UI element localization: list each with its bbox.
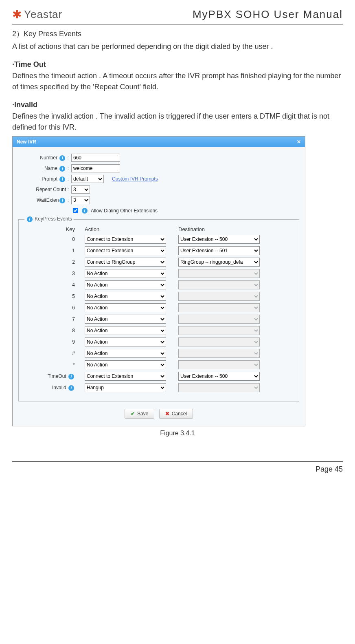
prompt-select[interactable]: default	[71, 175, 104, 183]
kp-action-select[interactable]: Connect to RingGroup	[85, 258, 166, 267]
kp-dest-select[interactable]: User Extension -- 500	[178, 372, 260, 381]
kp-dest-select	[178, 269, 260, 278]
kp-key-label: 1	[24, 248, 85, 254]
kp-header-row: Key Action Destination	[24, 226, 294, 232]
kp-row: 8No Action	[24, 326, 294, 335]
waitexten-label: WaitExteni :	[18, 197, 71, 203]
kp-action-select[interactable]: No Action	[85, 292, 166, 301]
cancel-button[interactable]: ✖ Cancel	[159, 409, 193, 419]
kp-dest-select	[178, 292, 260, 301]
kp-dest-header: Destination	[178, 226, 272, 232]
ivr-dialog: New IVR ✕ Number i : Name i : Prompt i :	[12, 136, 305, 426]
kp-row: 1Connect to ExtensionUser Extension -- 5…	[24, 246, 294, 255]
logo-text: Yeastar	[24, 8, 62, 21]
number-field[interactable]	[71, 154, 120, 162]
info-icon[interactable]: i	[59, 176, 65, 182]
kp-action-select[interactable]: No Action	[85, 269, 166, 278]
info-icon[interactable]: i	[82, 208, 88, 214]
allow-dialing-checkbox[interactable]	[73, 208, 78, 213]
info-icon[interactable]: i	[68, 385, 74, 391]
invalid-desc: Defines the invalid action . The invalid…	[12, 111, 343, 133]
kp-row: 5No Action	[24, 292, 294, 301]
kp-row: 2Connect to RingGroupRingGroup -- ringgr…	[24, 258, 294, 267]
kp-dest-select	[178, 360, 260, 369]
kp-key-label: 6	[24, 305, 85, 311]
repeat-select[interactable]: 3	[71, 185, 90, 194]
x-icon: ✖	[165, 411, 169, 417]
kp-row: 4No Action	[24, 280, 294, 289]
kp-row: 6No Action	[24, 303, 294, 312]
kp-key-label: 3	[24, 271, 85, 276]
custom-ivr-link[interactable]: Custom IVR Prompts	[112, 176, 158, 182]
kp-dest-select	[178, 337, 260, 346]
kp-key-label: *	[24, 362, 85, 368]
kp-key-label: 8	[24, 328, 85, 333]
kp-action-select[interactable]: No Action	[85, 280, 166, 289]
kp-row: *No Action	[24, 360, 294, 369]
dialog-titlebar: New IVR ✕	[13, 137, 305, 147]
close-icon[interactable]: ✕	[297, 139, 301, 145]
keypress-legend: i KeyPress Events	[24, 216, 74, 222]
kp-action-select[interactable]: No Action	[85, 337, 166, 346]
kp-action-select[interactable]: Hangup	[85, 383, 166, 392]
kp-action-select[interactable]: No Action	[85, 349, 166, 358]
waitexten-select[interactable]: 3	[71, 196, 90, 204]
kp-row: #No Action	[24, 349, 294, 358]
kp-action-select[interactable]: No Action	[85, 326, 166, 335]
keypress-fieldset: i KeyPress Events Key Action Destination…	[18, 219, 299, 401]
save-button[interactable]: ✔ Save	[125, 409, 154, 419]
timeout-heading: ·Time Out	[12, 60, 343, 69]
kp-row: 0Connect to ExtensionUser Extension -- 5…	[24, 235, 294, 244]
kp-key-label: 4	[24, 282, 85, 288]
info-icon[interactable]: i	[59, 155, 65, 161]
kp-key-label: #	[24, 351, 85, 356]
prompt-label: Prompt i :	[18, 176, 71, 182]
info-icon[interactable]: i	[59, 198, 65, 203]
timeout-desc: Defines the timeout action . A timeout o…	[12, 71, 343, 93]
kp-dest-select	[178, 326, 260, 335]
keypress-desc: A list of actions that can be performed …	[12, 41, 343, 52]
kp-action-select[interactable]: Connect to Extension	[85, 246, 166, 255]
name-label: Name i :	[18, 165, 71, 172]
doc-title: MyPBX SOHO User Manual	[193, 8, 343, 21]
kp-action-select[interactable]: No Action	[85, 315, 166, 324]
number-label: Number i :	[18, 155, 71, 161]
kp-key-label: 0	[24, 236, 85, 242]
kp-dest-select[interactable]: RingGroup -- ringgroup_defa	[178, 258, 260, 267]
keypress-heading: 2）Key Press Events	[12, 29, 343, 40]
info-icon[interactable]: i	[68, 374, 74, 379]
logo-flower-icon: ✱	[12, 9, 22, 20]
kp-action-select[interactable]: Connect to Extension	[85, 235, 166, 244]
kp-dest-select	[178, 303, 260, 312]
kp-dest-select[interactable]: User Extension -- 500	[178, 235, 260, 244]
kp-row: Invalid iHangup	[24, 383, 294, 392]
kp-dest-select[interactable]: User Extension -- 501	[178, 246, 260, 255]
kp-dest-select	[178, 280, 260, 289]
doc-header: ✱ Yeastar MyPBX SOHO User Manual	[12, 8, 343, 24]
check-icon: ✔	[131, 411, 135, 417]
kp-key-label: 2	[24, 259, 85, 265]
name-field[interactable]	[71, 164, 120, 172]
invalid-heading: ·Invalid	[12, 101, 343, 109]
page-footer: Page 45	[12, 461, 343, 474]
kp-row: TimeOut iConnect to ExtensionUser Extens…	[24, 372, 294, 381]
kp-dest-select	[178, 315, 260, 324]
kp-key-label: 7	[24, 316, 85, 322]
kp-action-header: Action	[85, 226, 178, 232]
figure-caption: Figure 3.4.1	[12, 430, 343, 437]
kp-key-label: TimeOut i	[24, 373, 85, 379]
allow-dialing-label: Allow Dialing Other Extensions	[91, 208, 158, 214]
kp-key-header: Key	[24, 226, 85, 232]
kp-action-select[interactable]: No Action	[85, 303, 166, 312]
dialog-title: New IVR	[17, 139, 36, 145]
info-icon[interactable]: i	[27, 216, 33, 222]
kp-dest-select	[178, 383, 260, 392]
kp-key-label: 5	[24, 293, 85, 299]
kp-key-label: Invalid i	[24, 385, 85, 391]
kp-row: 9No Action	[24, 337, 294, 346]
kp-row: 3No Action	[24, 269, 294, 278]
kp-action-select[interactable]: Connect to Extension	[85, 372, 166, 381]
kp-action-select[interactable]: No Action	[85, 360, 166, 369]
info-icon[interactable]: i	[59, 166, 65, 172]
kp-row: 7No Action	[24, 315, 294, 324]
